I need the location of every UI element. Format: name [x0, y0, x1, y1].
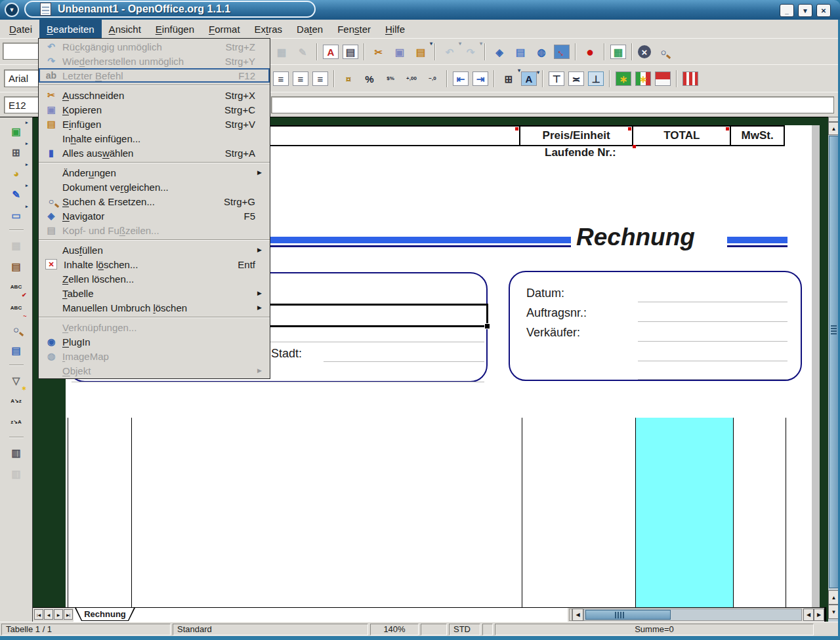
gallery-icon[interactable]: ◍	[533, 43, 550, 60]
delete-contents-icon: ✕	[45, 259, 57, 270]
vertical-scroll-thumb[interactable]	[829, 136, 839, 588]
menu-item-kopieren[interactable]: ▣KopierenStrg+C	[39, 102, 270, 117]
window-menu-icon[interactable]: ▼	[5, 3, 19, 17]
menu-item-label: Dokument vergleichen...	[62, 182, 243, 193]
titlebar[interactable]: ▼ Unbenannt1 - OpenOffice.org 1.1.1 _ ▼ …	[0, 0, 840, 20]
menu-item-ausfuellen[interactable]: Ausfüllen▶	[39, 243, 270, 257]
find-replace-icon[interactable]: ○	[8, 321, 25, 338]
menu-daten[interactable]: Daten	[289, 20, 330, 38]
form-icon[interactable]: ▭▸	[8, 207, 25, 224]
repeat-icon: ab	[43, 71, 59, 80]
hscroll-left-icon-2[interactable]: ◀	[803, 609, 814, 621]
align-middle-icon[interactable]: ≍	[568, 71, 584, 86]
hscroll-right-icon[interactable]: ▶	[814, 609, 824, 621]
last-sheet-icon[interactable]: ▶|	[64, 609, 73, 620]
insert-icon[interactable]: ▣▸	[8, 123, 25, 140]
menu-einfuegen[interactable]: Einfügen	[148, 20, 201, 38]
decrease-indent-icon[interactable]: ⇤	[453, 71, 469, 86]
menu-format[interactable]: Format	[201, 20, 247, 38]
zoom-icon[interactable]: ↔	[554, 45, 570, 59]
menu-item-verknuepfungen: Verknüpfungen...	[39, 320, 270, 334]
autoformat-icon[interactable]: ▤	[8, 258, 25, 275]
print-icon[interactable]: ▤	[343, 45, 358, 59]
paste-icon[interactable]: ▤▾	[412, 43, 429, 60]
record-icon[interactable]: ●	[581, 43, 598, 60]
total-column-fill[interactable]	[635, 418, 733, 607]
group-icon[interactable]: ▥	[8, 444, 25, 461]
menu-item-dokument-vergleichen[interactable]: Dokument vergleichen...	[39, 180, 270, 194]
menu-hilfe[interactable]: Hilfe	[378, 20, 412, 38]
borders-icon[interactable]: ⊞▾	[500, 70, 517, 87]
menu-item-aenderungen[interactable]: Änderungen▶	[39, 165, 270, 180]
insert-cells-icon[interactable]: ⊞▸	[8, 144, 25, 161]
menu-item-suchen-ersetzen[interactable]: ○Suchen & Ersetzen...Strg+G	[39, 194, 270, 209]
align-bottom-icon[interactable]: ⊥	[588, 71, 604, 86]
new-style-icon[interactable]: ∗	[616, 71, 631, 86]
prev-sheet-icon[interactable]: ◀	[44, 609, 53, 620]
menu-item-alles-auswaehlen[interactable]: ▮Alles auswählenStrg+A	[39, 146, 270, 160]
align-center-icon[interactable]: ≡	[273, 71, 289, 86]
page-preview-icon[interactable]: ○	[655, 43, 672, 60]
menu-item-zellen-loeschen[interactable]: Zellen löschen...	[39, 271, 270, 286]
update-style-icon[interactable]: ∗	[635, 71, 651, 86]
autospellcheck-icon[interactable]: ABC~	[8, 300, 25, 317]
menu-extras[interactable]: Extras	[247, 20, 290, 38]
align-top-icon[interactable]: ⊤	[549, 71, 564, 86]
standard-format-icon[interactable]: $%	[382, 70, 399, 87]
stylist-icon[interactable]: ▤	[512, 43, 529, 60]
status-page-style[interactable]: Standard	[173, 624, 368, 635]
sort-descending-icon[interactable]: z↘A	[8, 414, 25, 431]
cut-icon[interactable]: ✂	[370, 43, 387, 60]
menu-item-plugin[interactable]: ◉PlugIn	[39, 334, 270, 349]
hscroll-left-icon[interactable]: ◀	[572, 609, 583, 621]
menu-item-umbruch-loeschen[interactable]: Manuellen Umbruch löschen▶	[39, 300, 270, 315]
status-selection-mode[interactable]: STD	[449, 624, 480, 635]
justify-icon[interactable]: ≡	[312, 71, 328, 86]
sheet-tab-rechnung[interactable]: Rechnung	[75, 608, 135, 621]
formula-input[interactable]	[271, 96, 834, 113]
horizontal-scrollbar[interactable]	[583, 609, 802, 621]
draw-functions-icon[interactable]: ✎▸	[8, 186, 25, 203]
background-color-icon[interactable]: A▾	[521, 71, 537, 86]
red-block-icon[interactable]	[655, 71, 671, 86]
menu-item-inhalte-einfuegen[interactable]: Inhalte einfügen...	[39, 131, 270, 146]
menu-item-tabelle[interactable]: Tabelle▶	[39, 286, 270, 300]
status-sum[interactable]: Summe=0	[495, 624, 814, 635]
menu-bearbeiten[interactable]: Bearbeiten	[39, 20, 102, 38]
percent-icon[interactable]: %	[361, 70, 378, 87]
menu-fenster[interactable]: Fenster	[330, 20, 378, 38]
menu-item-shortcut: Entf	[238, 259, 255, 270]
status-zoom-level[interactable]: 140%	[370, 624, 419, 635]
table-gridline	[131, 418, 132, 607]
data-sources-icon[interactable]: ▤	[8, 342, 25, 359]
next-sheet-icon[interactable]: ▶	[54, 609, 63, 620]
spellcheck-icon[interactable]: ABC✔	[8, 279, 25, 296]
menu-item-inhalte-loeschen[interactable]: ✕Inhalte löschen...Entf	[39, 257, 270, 271]
export-pdf-icon[interactable]: A	[323, 45, 339, 59]
maximize-button[interactable]: ▼	[798, 4, 812, 17]
increase-indent-icon[interactable]: ⇥	[472, 71, 488, 86]
delete-decimal-icon[interactable]: −,0	[424, 70, 441, 87]
toolbar-separator	[676, 70, 677, 87]
menu-ansicht[interactable]: Ansicht	[102, 20, 148, 38]
add-decimal-icon[interactable]: +,00	[403, 70, 420, 87]
autofilter-icon[interactable]: ▽∗	[8, 372, 25, 389]
copy-icon[interactable]: ▣	[391, 43, 408, 60]
datum-label: Datum:	[526, 287, 564, 300]
horizontal-scroll-thumb[interactable]	[585, 610, 671, 620]
sort-ascending-icon[interactable]: A↘z	[8, 393, 25, 410]
red-columns-icon[interactable]	[682, 71, 698, 86]
first-sheet-icon[interactable]: |◀	[34, 609, 43, 620]
image-icon[interactable]: ▦	[610, 45, 626, 59]
stop-icon[interactable]: ×	[638, 45, 651, 58]
menu-item-ausschneiden[interactable]: ✂AusschneidenStrg+X	[39, 88, 270, 102]
menu-item-einfuegen[interactable]: ▤EinfügenStrg+V	[39, 117, 270, 131]
align-right-icon[interactable]: ≡	[293, 71, 308, 86]
insert-chart-icon[interactable]: ◕▸	[8, 165, 25, 182]
navigator-icon[interactable]: ◈	[491, 43, 508, 60]
menu-item-navigator[interactable]: ◈NavigatorF5	[39, 209, 270, 223]
minimize-button[interactable]: _	[780, 4, 794, 17]
currency-icon[interactable]: ¤	[340, 70, 357, 87]
close-button[interactable]: ✕	[816, 4, 831, 17]
menu-datei[interactable]: Datei	[2, 20, 39, 38]
